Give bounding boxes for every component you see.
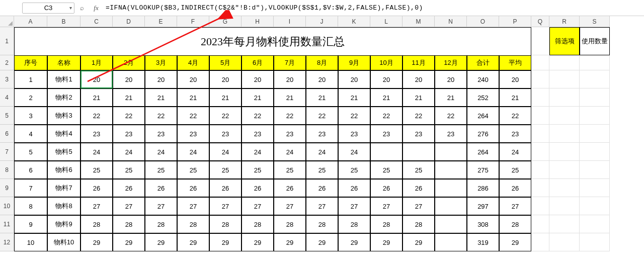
cell-month[interactable]: 27 <box>113 197 145 215</box>
cell-month[interactable]: 24 <box>306 143 338 161</box>
cell-name[interactable]: 物料2 <box>47 88 80 107</box>
table-header[interactable]: 9月 <box>338 55 370 70</box>
cell-month[interactable]: 29 <box>209 233 242 251</box>
row-header[interactable]: 3 <box>0 70 14 88</box>
table-header[interactable]: 6月 <box>242 55 274 70</box>
cell-month[interactable]: 22 <box>242 107 274 125</box>
col-header[interactable]: M <box>403 16 435 27</box>
table-header[interactable]: 平均 <box>499 55 531 70</box>
name-box[interactable]: C3 ▾ <box>22 3 74 14</box>
cell-month[interactable]: 21 <box>274 88 306 107</box>
cell-id[interactable]: 6 <box>14 161 47 179</box>
col-header[interactable]: P <box>499 16 531 27</box>
cell-month[interactable]: 27 <box>403 197 435 215</box>
cell-month[interactable]: 24 <box>80 143 113 161</box>
col-header[interactable]: L <box>370 16 403 27</box>
cell-month[interactable] <box>435 197 467 215</box>
cell-month[interactable]: 28 <box>80 215 113 233</box>
cell-month[interactable]: 25 <box>209 161 242 179</box>
cell-id[interactable]: 10 <box>14 233 47 251</box>
cell-sum[interactable]: 308 <box>467 215 499 233</box>
cell-month[interactable]: 22 <box>403 107 435 125</box>
cell-month[interactable]: 25 <box>403 161 435 179</box>
cell-month[interactable]: 21 <box>370 88 403 107</box>
cell-month[interactable]: 21 <box>403 88 435 107</box>
cell-month[interactable]: 25 <box>306 161 338 179</box>
cell-month[interactable]: 28 <box>370 215 403 233</box>
cell-month[interactable]: 21 <box>306 88 338 107</box>
cell-sum[interactable]: 240 <box>467 70 499 88</box>
row-header[interactable]: 6 <box>0 125 14 143</box>
cell-month[interactable]: 21 <box>435 88 467 107</box>
cell-month[interactable]: 29 <box>274 233 306 251</box>
cell-month[interactable]: 27 <box>338 197 370 215</box>
cell-month[interactable]: 25 <box>338 161 370 179</box>
cell-month[interactable]: 26 <box>113 179 145 197</box>
cell-month[interactable]: 24 <box>113 143 145 161</box>
cell-month[interactable]: 25 <box>145 161 177 179</box>
row-header[interactable]: 7 <box>0 143 14 161</box>
page-title[interactable]: 2023年每月物料使用数量汇总 <box>14 27 531 55</box>
row-header[interactable]: 11 <box>0 215 14 233</box>
cell-id[interactable]: 7 <box>14 179 47 197</box>
cell-month[interactable] <box>435 179 467 197</box>
cell[interactable] <box>580 55 610 70</box>
table-header[interactable]: 名称 <box>47 55 80 70</box>
cell-avg[interactable]: 26 <box>499 179 531 197</box>
cell-month[interactable]: 27 <box>80 197 113 215</box>
cell-month[interactable]: 20 <box>113 70 145 88</box>
cell[interactable] <box>549 197 580 215</box>
cell-month[interactable]: 20 <box>403 70 435 88</box>
cell-month[interactable]: 26 <box>177 179 209 197</box>
cell[interactable] <box>531 179 549 197</box>
cell-id[interactable]: 3 <box>14 107 47 125</box>
cell-month[interactable]: 27 <box>274 197 306 215</box>
cell-month[interactable]: 27 <box>145 197 177 215</box>
cell-sum[interactable]: 252 <box>467 88 499 107</box>
cell-avg[interactable]: 29 <box>499 233 531 251</box>
cell-month[interactable]: 29 <box>338 233 370 251</box>
col-header[interactable]: G <box>209 16 242 27</box>
row-header[interactable]: 10 <box>0 197 14 215</box>
cell-month[interactable]: 24 <box>242 143 274 161</box>
cell-month[interactable]: 24 <box>274 143 306 161</box>
cell-avg[interactable]: 28 <box>499 215 531 233</box>
cell-month[interactable]: 22 <box>209 107 242 125</box>
cell-avg[interactable]: 21 <box>499 88 531 107</box>
cell-month[interactable]: 25 <box>80 161 113 179</box>
cell-avg[interactable]: 20 <box>499 70 531 88</box>
cell-id[interactable]: 4 <box>14 125 47 143</box>
cell-month[interactable]: 26 <box>274 179 306 197</box>
cell-month[interactable]: 21 <box>80 88 113 107</box>
cell-month[interactable]: 27 <box>370 197 403 215</box>
cell-month[interactable]: 23 <box>242 125 274 143</box>
cell-month[interactable]: 20 <box>242 70 274 88</box>
cell-month[interactable]: 28 <box>403 215 435 233</box>
col-header[interactable]: H <box>242 16 274 27</box>
cell-month[interactable]: 22 <box>274 107 306 125</box>
cell-month[interactable]: 29 <box>370 233 403 251</box>
table-header[interactable]: 1月 <box>80 55 113 70</box>
name-box-dropdown-icon[interactable]: ▾ <box>69 5 72 11</box>
cell-id[interactable]: 8 <box>14 197 47 215</box>
cell-month[interactable]: 22 <box>306 107 338 125</box>
cell-month[interactable] <box>403 143 435 161</box>
cell-month[interactable]: 23 <box>274 125 306 143</box>
cell[interactable] <box>531 107 549 125</box>
cell-month[interactable] <box>435 233 467 251</box>
table-header[interactable]: 8月 <box>306 55 338 70</box>
col-header[interactable]: N <box>435 16 467 27</box>
cell-month[interactable]: 29 <box>403 233 435 251</box>
cell-name[interactable]: 物料5 <box>47 143 80 161</box>
col-header[interactable]: B <box>47 16 80 27</box>
cell-month[interactable]: 23 <box>145 125 177 143</box>
cell[interactable] <box>580 179 610 197</box>
cell-month[interactable]: 26 <box>306 179 338 197</box>
cell-month[interactable] <box>435 215 467 233</box>
cell[interactable] <box>549 125 580 143</box>
cell[interactable] <box>549 233 580 251</box>
table-header[interactable]: 2月 <box>113 55 145 70</box>
cell[interactable] <box>549 70 580 88</box>
cell-month[interactable] <box>370 143 403 161</box>
cell-month[interactable]: 26 <box>370 179 403 197</box>
